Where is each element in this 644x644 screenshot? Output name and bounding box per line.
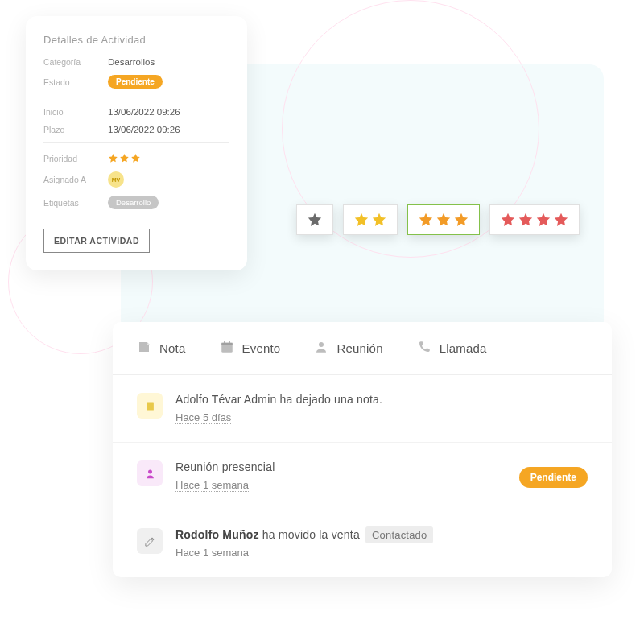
meeting-icon: [137, 460, 163, 486]
star-icon: [436, 212, 452, 228]
item-time: Hace 1 semana: [175, 479, 249, 492]
star-icon: [535, 212, 551, 228]
star-icon: [130, 153, 141, 163]
label-tags: Etiquetas: [43, 198, 108, 208]
row-tags: Etiquetas Desarrollo: [43, 196, 229, 209]
row-assigned: Asignado A MV: [43, 171, 229, 188]
rating-option-1[interactable]: [296, 204, 333, 235]
star-icon: [418, 212, 434, 228]
tab-label: Evento: [242, 341, 281, 355]
tag-chip: Desarrollo: [108, 196, 159, 209]
actor-name: Rodolfo Muñoz: [175, 528, 259, 541]
calendar-icon: [220, 340, 234, 357]
star-icon: [353, 212, 369, 228]
label-assigned: Asignado A: [43, 175, 108, 184]
label-start: Inicio: [43, 107, 108, 117]
timeline-card: NotaEventoReuniónLlamada Adolfo Tévar Ad…: [113, 322, 612, 577]
item-body: Rodolfo Muñoz ha movido la venta Contact…: [175, 528, 588, 559]
edit-activity-button[interactable]: EDITAR ACTIVIDAD: [43, 229, 150, 253]
card-title: Detalles de Actividad: [43, 34, 229, 46]
value-deadline: 13/06/2022 09:26: [108, 125, 180, 134]
label-status: Estado: [43, 77, 108, 87]
item-time: Hace 5 días: [175, 411, 231, 424]
tab-nota[interactable]: Nota: [137, 340, 186, 357]
tab-llamada[interactable]: Llamada: [417, 340, 487, 357]
value-category: Desarrollos: [108, 57, 155, 67]
item-body: Adolfo Tévar Admin ha dejado una nota.Ha…: [175, 393, 588, 424]
star-icon: [518, 212, 534, 228]
row-start: Inicio 13/06/2022 09:26: [43, 107, 229, 117]
status-chip: Contactado: [365, 526, 434, 543]
note-icon: [137, 340, 151, 357]
row-priority: Prioridad: [43, 153, 229, 163]
star-icon: [108, 153, 118, 163]
star-icon: [500, 212, 516, 228]
tab-evento[interactable]: Evento: [220, 340, 281, 357]
activity-details-card: Detalles de Actividad Categoría Desarrol…: [26, 16, 247, 270]
tab-reunion[interactable]: Reunión: [314, 340, 382, 357]
item-side: Pendiente: [519, 469, 588, 484]
rating-option-3[interactable]: [407, 204, 480, 235]
timeline-item: Reunión presencialHace 1 semanaPendiente: [113, 443, 612, 510]
item-text: Adolfo Tévar Admin ha dejado una nota.: [175, 393, 382, 406]
value-start: 13/06/2022 09:26: [108, 107, 180, 117]
edit-icon: [137, 528, 163, 554]
timeline-items: Adolfo Tévar Admin ha dejado una nota.Ha…: [113, 375, 612, 577]
item-text: Reunión presencial: [175, 460, 275, 473]
priority-stars: [108, 153, 141, 163]
tab-label: Nota: [159, 341, 186, 355]
star-icon: [371, 212, 387, 228]
phone-icon: [417, 340, 431, 357]
label-category: Categoría: [43, 57, 108, 67]
item-time: Hace 1 semana: [175, 547, 249, 559]
svg-point-6: [148, 469, 152, 473]
avatar[interactable]: MV: [108, 171, 124, 188]
action-text: ha movido la venta: [259, 528, 363, 541]
rating-option-2[interactable]: [343, 204, 398, 235]
timeline-item: Rodolfo Muñoz ha movido la venta Contact…: [113, 510, 612, 577]
status-badge: Pendiente: [519, 467, 588, 488]
rating-option-4[interactable]: [489, 204, 580, 235]
divider: [43, 97, 229, 97]
row-deadline: Plazo 13/06/2022 09:26: [43, 125, 229, 134]
tab-label: Llamada: [440, 341, 487, 355]
svg-rect-1: [221, 343, 233, 345]
tab-label: Reunión: [336, 341, 382, 355]
star-icon: [553, 212, 569, 228]
divider: [43, 142, 229, 143]
timeline-item: Adolfo Tévar Admin ha dejado una nota.Ha…: [113, 375, 612, 443]
person-icon: [314, 340, 328, 357]
label-deadline: Plazo: [43, 125, 108, 134]
svg-rect-2: [224, 341, 225, 345]
svg-point-4: [319, 342, 324, 347]
svg-rect-5: [147, 402, 154, 410]
item-body: Reunión presencialHace 1 semana: [175, 460, 506, 492]
timeline-tabs: NotaEventoReuniónLlamada: [113, 322, 612, 375]
note-icon: [137, 393, 163, 419]
label-priority: Prioridad: [43, 154, 108, 163]
star-icon: [307, 212, 323, 228]
row-category: Categoría Desarrollos: [43, 57, 229, 67]
star-icon: [453, 212, 469, 228]
status-badge: Pendiente: [108, 75, 163, 89]
rating-picker: [296, 204, 580, 235]
row-status: Estado Pendiente: [43, 75, 229, 89]
star-icon: [119, 153, 130, 163]
svg-rect-3: [229, 341, 230, 345]
